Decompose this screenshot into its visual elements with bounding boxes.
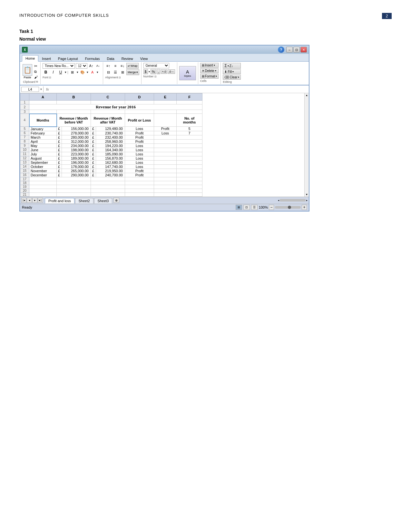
font-expand-icon[interactable]: ⊡: [49, 76, 51, 79]
currency-dropdown[interactable]: ▾: [149, 70, 150, 73]
align-top-button[interactable]: ≡↑: [105, 63, 112, 69]
result-jan[interactable]: Loss: [125, 127, 154, 131]
font-color-button[interactable]: A: [89, 69, 96, 75]
currency-button[interactable]: $: [143, 69, 148, 74]
font-color-dropdown[interactable]: ▾: [97, 71, 98, 74]
amt1-may[interactable]: 234,000.00: [62, 143, 91, 148]
sheet-tab-profit-loss[interactable]: Profit and loss: [45, 198, 74, 203]
number-format-select[interactable]: General: [143, 63, 169, 68]
cell-ref-dropdown[interactable]: ▾: [40, 87, 42, 91]
tab-insert[interactable]: Insert: [38, 55, 54, 62]
result-dec[interactable]: Profit: [125, 173, 154, 177]
extra-jun[interactable]: [154, 148, 177, 152]
curr1-aug[interactable]: £: [57, 156, 62, 160]
styles-button[interactable]: A Styles: [179, 66, 196, 80]
amt1-jun[interactable]: 198,000.00: [62, 148, 91, 152]
format-dropdown-icon[interactable]: ▾: [216, 75, 217, 78]
sheet-tab-sheet3[interactable]: Sheet3: [94, 198, 113, 203]
header-no-months-cell[interactable]: No. ofmonths: [177, 114, 202, 127]
amt1-sep[interactable]: 196,000.00: [62, 160, 91, 164]
f1[interactable]: [177, 101, 202, 104]
fill-button[interactable]: ⬇ Fill ▾: [223, 69, 241, 74]
clipboard-expand-icon[interactable]: ⧉: [36, 80, 38, 84]
autosum-button[interactable]: Σ ▾ Z↓: [223, 63, 241, 69]
insert-button[interactable]: ⊞ Insert ▾: [200, 63, 219, 68]
page-break-view-button[interactable]: ☰: [251, 205, 258, 210]
curr1-jul[interactable]: £: [57, 152, 62, 156]
month-apr[interactable]: April: [29, 139, 57, 143]
fill-color-button[interactable]: 🎨: [79, 69, 86, 75]
tab-formulas[interactable]: Formulas: [82, 55, 103, 62]
extra-may[interactable]: [154, 143, 177, 148]
fill-dropdown-icon[interactable]: ▾: [232, 70, 234, 73]
col-a-header[interactable]: A: [29, 94, 57, 101]
month-mar[interactable]: March: [29, 135, 57, 139]
format-button[interactable]: ⊞ Format ▾: [200, 74, 219, 79]
paste-button[interactable]: 📋 Paste: [23, 64, 32, 79]
increase-font-button[interactable]: A↑: [88, 63, 94, 69]
title-merged-cell[interactable]: Revenue for year 2016: [29, 104, 202, 110]
italic-button[interactable]: I: [50, 69, 56, 75]
result-oct[interactable]: Loss: [125, 164, 154, 169]
count-mar[interactable]: [177, 135, 202, 139]
amt1-feb[interactable]: 278,000.00: [62, 131, 91, 135]
count-jul[interactable]: [177, 152, 202, 156]
tab-view[interactable]: View: [137, 55, 152, 62]
font-size-select[interactable]: 12: [76, 63, 87, 69]
d1[interactable]: [125, 101, 154, 104]
curr2-dec[interactable]: £: [91, 173, 96, 177]
font-family-select[interactable]: Times New Ro...: [43, 63, 75, 69]
minimize-button[interactable]: –: [286, 47, 293, 53]
cut-button[interactable]: ✂: [34, 64, 38, 69]
vscroll-down[interactable]: ▼: [305, 192, 309, 197]
amt2-oct[interactable]: 147,740.00: [96, 164, 125, 169]
decrease-decimal-button[interactable]: .0→: [168, 69, 175, 74]
number-expand-icon[interactable]: ⊡: [154, 75, 157, 78]
align-center-button[interactable]: ☰: [112, 69, 119, 75]
amt2-may[interactable]: 194,220.00: [96, 143, 125, 148]
amt1-aug[interactable]: 189,000.00: [62, 156, 91, 160]
curr2-nov[interactable]: £: [91, 169, 96, 173]
zoom-in-button[interactable]: +: [302, 205, 307, 210]
sheet-nav-first[interactable]: |◂: [21, 198, 26, 203]
header-e4-cell[interactable]: [154, 114, 177, 127]
clear-button[interactable]: ⌫ Clear ▾: [223, 75, 241, 80]
a1[interactable]: [29, 101, 57, 104]
autosum-dropdown[interactable]: ▾: [228, 64, 229, 67]
col-f-header[interactable]: F: [177, 94, 202, 101]
curr2-sep[interactable]: £: [91, 160, 96, 164]
percent-button[interactable]: %: [151, 69, 156, 74]
count-may[interactable]: [177, 143, 202, 148]
curr2-may[interactable]: £: [91, 143, 96, 148]
e3[interactable]: [154, 110, 177, 114]
curr1-jan[interactable]: £: [57, 127, 62, 131]
amt2-nov[interactable]: 219,950.00: [96, 169, 125, 173]
curr2-apr[interactable]: £: [91, 139, 96, 143]
hscroll-track[interactable]: [280, 199, 306, 202]
curr1-sep[interactable]: £: [57, 160, 62, 164]
col-c-header[interactable]: C: [91, 94, 125, 101]
amt2-feb[interactable]: 230,740.00: [96, 131, 125, 135]
amt1-jul[interactable]: 223,000.00: [62, 152, 91, 156]
fill-color-dropdown[interactable]: ▾: [87, 71, 88, 74]
curr1-dec[interactable]: £: [57, 173, 62, 177]
header-months-cell[interactable]: Months: [29, 114, 57, 127]
sheet-nav-last[interactable]: ▸|: [38, 198, 43, 203]
zoom-out-button[interactable]: −: [269, 205, 274, 210]
curr1-feb[interactable]: £: [57, 131, 62, 135]
format-painter-button[interactable]: 🖌: [34, 75, 38, 79]
extra-mar[interactable]: [154, 135, 177, 139]
amt2-dec[interactable]: 240,700.00: [96, 173, 125, 177]
curr1-apr[interactable]: £: [57, 139, 62, 143]
amt1-mar[interactable]: 280,000.00: [62, 135, 91, 139]
a3[interactable]: [29, 110, 57, 114]
extra-apr[interactable]: [154, 139, 177, 143]
col-e-header[interactable]: E: [154, 94, 177, 101]
curr1-jun[interactable]: £: [57, 148, 62, 152]
e1[interactable]: [154, 101, 177, 104]
delete-button[interactable]: ✕ Delete ▾: [200, 68, 219, 73]
count-sep[interactable]: [177, 160, 202, 164]
result-may[interactable]: Loss: [125, 143, 154, 148]
result-feb[interactable]: Profit: [125, 131, 154, 135]
month-jul[interactable]: July: [29, 152, 57, 156]
